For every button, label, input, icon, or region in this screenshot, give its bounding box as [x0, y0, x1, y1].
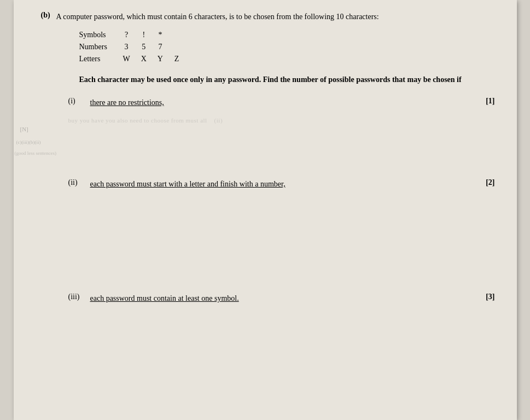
symbol-2: ! [141, 29, 158, 41]
description-text: Each character may be used once only in … [79, 74, 495, 86]
number-3: 7 [158, 41, 174, 53]
category-symbols: Symbols [79, 29, 123, 41]
subpart-ii-text: each password must start with a letter a… [90, 178, 495, 190]
subpart-i-label: (i) [68, 97, 90, 106]
table-row-letters: Letters W X Y Z [79, 53, 190, 65]
letter-2: X [141, 53, 158, 65]
subpart-i-container: (i) there are no restrictions, [1] buy y… [36, 97, 495, 162]
subpart-iii-container: (iii) each password must contain at leas… [36, 293, 495, 304]
subpart-iii: (iii) each password must contain at leas… [68, 293, 495, 304]
letter-3: Y [158, 53, 174, 65]
subpart-ii-label: (ii) [68, 178, 90, 187]
subpart-i-marks: [1] [486, 97, 494, 106]
subpart-ii-container: (ii) each password must start with a let… [36, 178, 495, 282]
part-b-text: A computer password, which must contain … [56, 11, 495, 22]
letter-4: Z [174, 53, 190, 65]
subpart-i: (i) there are no restrictions, [1] [68, 97, 495, 108]
subpart-iii-label: (iii) [68, 293, 90, 301]
category-numbers: Numbers [79, 41, 123, 53]
part-b-label: (b) [41, 11, 52, 20]
subpart-ii: (ii) each password must start with a let… [68, 178, 495, 190]
subpart-iii-marks: [3] [486, 293, 494, 301]
part-b-header: (b) A computer password, which must cont… [36, 11, 495, 22]
side-annotation-1: [N] [20, 126, 28, 132]
letter-1: W [123, 53, 141, 65]
answer-area-ii [68, 194, 495, 282]
exam-page: (b) A computer password, which must cont… [14, 0, 517, 420]
symbol-1: ? [123, 29, 141, 41]
number-2: 5 [141, 41, 158, 53]
category-letters: Letters [79, 53, 123, 65]
character-table-section: Symbols ? ! * Numbers 3 5 7 Letters W X … [79, 29, 495, 65]
character-table: Symbols ? ! * Numbers 3 5 7 Letters W X … [79, 29, 190, 65]
answer-area-i: buy you have you also need to choose fro… [68, 113, 495, 162]
table-row-numbers: Numbers 3 5 7 [79, 41, 190, 53]
symbol-3: * [158, 29, 174, 41]
subpart-i-text: there are no restrictions, [90, 97, 495, 108]
faint-answer-text-i: buy you have you also need to choose fro… [68, 117, 223, 124]
subpart-ii-marks: [2] [486, 178, 494, 187]
number-1: 3 [123, 41, 141, 53]
table-row-symbols: Symbols ? ! * [79, 29, 190, 41]
subpart-iii-text: each password must contain at least one … [90, 293, 495, 304]
